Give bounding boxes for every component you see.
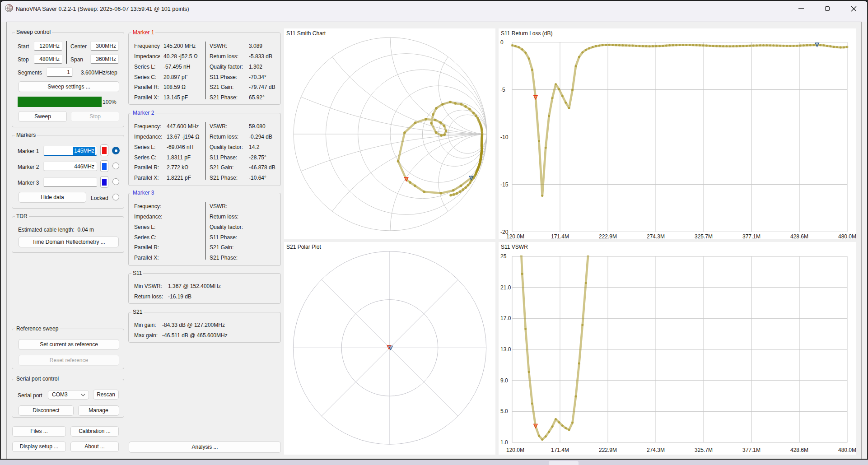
- svg-text:325.7M: 325.7M: [695, 233, 713, 239]
- svg-text:13.0: 13.0: [500, 346, 511, 353]
- svg-text:-5: -5: [500, 87, 505, 93]
- svg-text:377.1M: 377.1M: [742, 233, 761, 239]
- svg-text:480.0M: 480.0M: [838, 447, 856, 453]
- svg-text:120.0M: 120.0M: [506, 447, 524, 453]
- svg-text:17.0: 17.0: [500, 315, 511, 321]
- svg-text:274.3M: 274.3M: [647, 447, 665, 453]
- svg-text:0: 0: [500, 39, 504, 46]
- svg-text:S11 Smith Chart: S11 Smith Chart: [286, 30, 326, 37]
- svg-text:274.3M: 274.3M: [647, 233, 665, 239]
- svg-text:428.6M: 428.6M: [790, 233, 808, 239]
- svg-text:222.9M: 222.9M: [599, 447, 617, 453]
- svg-text:377.1M: 377.1M: [742, 447, 761, 453]
- svg-text:-15: -15: [500, 181, 509, 188]
- svg-text:428.6M: 428.6M: [790, 447, 808, 453]
- svg-text:5.0: 5.0: [500, 408, 508, 414]
- svg-text:9.0: 9.0: [500, 377, 508, 384]
- svg-text:120.0M: 120.0M: [506, 233, 524, 239]
- svg-text:21.0: 21.0: [500, 284, 511, 291]
- svg-text:S21 Polar Plot: S21 Polar Plot: [286, 244, 321, 250]
- svg-text:480.0M: 480.0M: [838, 233, 856, 239]
- svg-text:S11 VSWR: S11 VSWR: [501, 244, 528, 250]
- svg-text:1.0: 1.0: [500, 439, 508, 446]
- svg-text:25: 25: [500, 253, 507, 260]
- svg-text:171.4M: 171.4M: [551, 233, 569, 239]
- svg-text:S11 Return Loss (dB): S11 Return Loss (dB): [501, 30, 553, 37]
- svg-text:-10: -10: [500, 134, 509, 140]
- svg-text:171.4M: 171.4M: [551, 447, 569, 453]
- svg-text:325.7M: 325.7M: [695, 447, 713, 453]
- svg-text:222.9M: 222.9M: [599, 233, 617, 239]
